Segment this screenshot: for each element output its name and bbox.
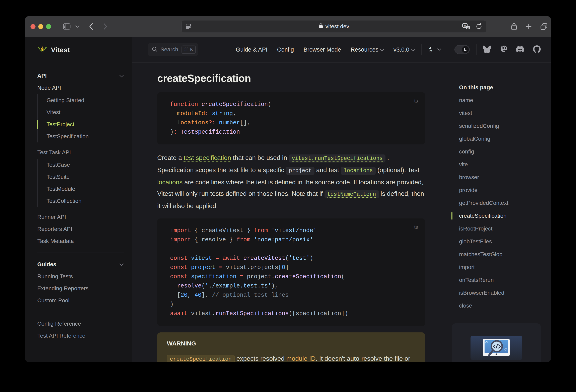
- language-menu[interactable]: AˊA: [428, 46, 441, 53]
- forward-button[interactable]: [103, 23, 108, 30]
- sidebar-item-testsuite[interactable]: TestSuite: [47, 171, 124, 183]
- outline-item-createspecification[interactable]: createSpecification: [459, 210, 544, 222]
- sidebar-item-extending-reporters[interactable]: Extending Reporters: [37, 282, 124, 295]
- outline-item-isrootproject[interactable]: isRootProject: [459, 222, 544, 235]
- reload-icon[interactable]: [476, 23, 482, 30]
- github-icon[interactable]: [533, 45, 541, 54]
- sidebar-item-runner-api[interactable]: Runner API: [37, 211, 124, 223]
- sidebar-item-node-api[interactable]: Node API: [37, 82, 124, 94]
- outline-item-globalconfig[interactable]: globalConfig: [459, 132, 544, 145]
- moon-icon: [462, 46, 469, 53]
- sidebar-item-testproject[interactable]: TestProject: [47, 118, 124, 130]
- sidebar-item-testcase[interactable]: TestCase: [47, 159, 124, 171]
- window-controls: [30, 24, 51, 29]
- nav-link-config[interactable]: Config: [277, 46, 294, 53]
- code-block-example: ts import { createVitest } from 'vitest/…: [157, 218, 425, 326]
- outline-item-vite[interactable]: vite: [459, 158, 544, 171]
- outline-item-serializedconfig[interactable]: serializedConfig: [459, 120, 544, 132]
- back-button[interactable]: [89, 23, 93, 30]
- chevron-down-icon: [119, 73, 124, 79]
- inline-link[interactable]: module ID: [287, 355, 316, 362]
- sidebar-item-vitest[interactable]: Vitest: [47, 106, 124, 118]
- address-bar[interactable]: vitest.dev A: [181, 20, 486, 33]
- mastodon-icon[interactable]: [500, 45, 507, 54]
- share-icon[interactable]: [511, 22, 518, 31]
- reader-mode-icon[interactable]: [185, 23, 192, 29]
- divider-line: [37, 312, 124, 312]
- sidebar-item-reporters-api[interactable]: Reporters API: [37, 223, 124, 235]
- browser-window: vitest.dev A: [25, 16, 551, 362]
- code-line: await vitest.runTestSpecifications([spec…: [170, 309, 416, 318]
- sidebar-item-testcollection[interactable]: TestCollection: [47, 195, 124, 207]
- paragraph: Create a test specification that can be …: [157, 152, 425, 212]
- nav-links: Guide & APIConfigBrowser ModeResourcesv3…: [236, 46, 415, 53]
- outline-item-config[interactable]: config: [459, 145, 544, 158]
- close-window-button[interactable]: [30, 24, 35, 29]
- page-title: createSpecification: [157, 72, 425, 84]
- outline-item-globtestfiles[interactable]: globTestFiles: [459, 235, 544, 248]
- outline-item-vitest[interactable]: vitest: [459, 107, 544, 120]
- sidebar-item-testmodule[interactable]: TestModule: [47, 183, 124, 195]
- outline-item-browser[interactable]: browser: [459, 171, 544, 184]
- sidebar-item-task-metadata[interactable]: Task Metadata: [37, 235, 124, 247]
- sidebar-item-testspecification[interactable]: TestSpecification: [47, 130, 124, 142]
- outline-item-ontestsrerun[interactable]: onTestsRerun: [459, 274, 544, 286]
- nav-link-browser-mode[interactable]: Browser Mode: [303, 46, 341, 53]
- inline-code: locations: [341, 167, 376, 175]
- nav-dropdown-label: v3.0.0: [394, 46, 409, 53]
- code-content: function createSpecification( moduleId: …: [170, 100, 416, 137]
- nav-link-guide-api[interactable]: Guide & API: [236, 46, 267, 53]
- outline-item-getprovidedcontext[interactable]: getProvidedContext: [459, 197, 544, 210]
- sidebar-menu-chevron-icon[interactable]: [75, 25, 80, 28]
- nav-dropdown-resources[interactable]: Resources: [350, 46, 384, 53]
- inline-code-link[interactable]: vitest.runTestSpecifications: [289, 154, 385, 162]
- sidebar-item-running-tests[interactable]: Running Tests: [37, 271, 124, 282]
- minimize-window-button[interactable]: [38, 24, 43, 29]
- article: createSpecification ts function createSp…: [157, 62, 425, 362]
- ad-card[interactable]: [452, 323, 541, 362]
- code-block-signature: ts function createSpecification( moduleI…: [157, 92, 425, 145]
- sidebar-section-api[interactable]: API: [37, 70, 124, 82]
- sidebar-item-config-reference[interactable]: Config Reference: [37, 318, 124, 330]
- outline-item-matchestestglob[interactable]: matchesTestGlob: [459, 248, 544, 261]
- nav-dropdown-v3-0-0[interactable]: v3.0.0: [394, 46, 415, 53]
- code-line: ): [170, 300, 416, 309]
- brand[interactable]: Vitest: [25, 37, 132, 62]
- ad-banner-image: [470, 336, 522, 361]
- outline-item-import[interactable]: import: [459, 261, 544, 274]
- sidebar-item-getting-started[interactable]: Getting Started: [47, 94, 124, 106]
- code-line: import { resolve } from 'node:path/posix…: [170, 235, 416, 244]
- outline-item-isbrowserenabled[interactable]: isBrowserEnabled: [459, 286, 544, 299]
- sidebar-item-test-task-api[interactable]: Test Task API: [37, 147, 124, 158]
- vitest-logo-icon: [37, 44, 47, 55]
- outline-item-name[interactable]: name: [459, 94, 544, 107]
- sidebar-nav: APINode APIGetting StartedVitestTestProj…: [25, 62, 132, 342]
- tab-overview-icon[interactable]: [540, 23, 548, 30]
- code-line: const vitest = await createVitest('test'…: [170, 254, 416, 263]
- nav-dropdown-label: Resources: [350, 46, 378, 53]
- code-lang-badge: ts: [414, 96, 418, 106]
- search-button[interactable]: Search ⌘ K: [148, 43, 198, 56]
- dark-mode-toggle[interactable]: [455, 45, 470, 54]
- sidebar-section-guides[interactable]: Guides: [37, 258, 124, 271]
- sidebar-group: TestCaseTestSuiteTestModuleTestCollectio…: [37, 159, 124, 207]
- inline-code-link[interactable]: testNamePattern: [324, 190, 379, 198]
- inline-link[interactable]: test specification: [184, 154, 231, 161]
- sidebar-group: Getting StartedVitestTestProjectTestSpec…: [37, 94, 124, 142]
- sidebar-item-custom-pool[interactable]: Custom Pool: [37, 295, 124, 306]
- code-line: resolve('./example.test.ts'),: [170, 281, 416, 291]
- sidebar-item-test-api-reference[interactable]: Test API Reference: [37, 330, 124, 342]
- inline-link[interactable]: locations: [157, 179, 182, 186]
- brand-label: Vitest: [51, 46, 70, 54]
- discord-icon[interactable]: [516, 46, 524, 53]
- svg-text:A: A: [464, 24, 466, 27]
- sidebar-toggle-icon[interactable]: [63, 23, 71, 30]
- outline-item-provide[interactable]: provide: [459, 184, 544, 197]
- zoom-window-button[interactable]: [46, 24, 51, 29]
- translate-icon[interactable]: A: [462, 23, 470, 30]
- outline-item-close[interactable]: close: [459, 299, 544, 312]
- bluesky-icon[interactable]: [483, 46, 491, 54]
- code-content: import { createVitest } from 'vitest/nod…: [170, 226, 416, 318]
- navbar-divider: [421, 44, 422, 55]
- new-tab-icon[interactable]: [525, 23, 532, 30]
